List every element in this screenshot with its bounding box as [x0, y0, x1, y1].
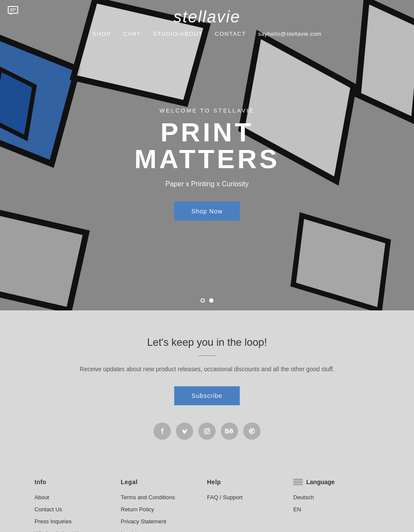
- svg-rect-19: [204, 429, 210, 434]
- newsletter-section: Let's keep you in the loop! Receive upda…: [0, 310, 414, 461]
- footer-info-title: Info: [34, 479, 121, 485]
- instagram-icon[interactable]: [198, 422, 216, 440]
- footer-language-title: Language: [293, 479, 380, 485]
- footer-info-list: About Contact Us Press Inquiries Wholesa…: [34, 493, 121, 532]
- facebook-icon[interactable]: [154, 422, 171, 440]
- language-icon: [293, 479, 303, 485]
- footer-language-list: Deutsch EN: [293, 493, 380, 513]
- hero-tagline: Paper x Printing x Curiosity: [104, 180, 310, 188]
- main-nav: SHOP CART STUDIO/ABOUT CONTACT sayhello@…: [93, 31, 322, 37]
- footer-help-list: FAQ / Support: [207, 493, 293, 501]
- nav-email[interactable]: sayhello@stellavie.com: [258, 31, 321, 37]
- hero-subtitle: WELCOME TO STELLAVIE: [104, 107, 310, 114]
- footer-help-title: Help: [207, 479, 293, 485]
- site-header: stellavie SHOP CART STUDIO/ABOUT CONTACT…: [0, 0, 414, 37]
- newsletter-divider: [198, 355, 216, 356]
- hero-content: WELCOME TO STELLAVIE PRINT MATTERS Paper…: [104, 107, 310, 221]
- footer-col-info: Info About Contact Us Press Inquiries Wh…: [34, 479, 121, 532]
- newsletter-heading: Let's keep you in the loop!: [9, 336, 405, 348]
- footer-link-faq[interactable]: FAQ / Support: [207, 494, 242, 501]
- social-icons: [9, 422, 405, 440]
- footer-links: Info About Contact Us Press Inquiries Wh…: [0, 461, 414, 532]
- behance-icon[interactable]: [221, 422, 238, 440]
- dribbble-icon[interactable]: [243, 422, 260, 440]
- svg-point-20: [206, 430, 208, 432]
- footer-link-contact[interactable]: Contact Us: [34, 506, 62, 513]
- footer-col-legal: Legal Terms and Conditions Return Policy…: [121, 479, 207, 532]
- footer-lang-en[interactable]: EN: [293, 506, 301, 513]
- footer-legal-list: Terms and Conditions Return Policy Priva…: [121, 493, 207, 532]
- footer-legal-title: Legal: [121, 479, 207, 485]
- hero-title: PRINT MATTERS: [104, 119, 310, 172]
- footer-link-about[interactable]: About: [34, 494, 49, 501]
- footer-col-help: Help FAQ / Support: [207, 479, 293, 532]
- footer-link-wholesale[interactable]: Wholesale Inquiries: [34, 530, 83, 532]
- shop-now-button[interactable]: Shop Now: [174, 202, 240, 221]
- footer-link-terms[interactable]: Terms and Conditions: [121, 494, 175, 501]
- svg-rect-25: [293, 484, 303, 485]
- slide-dots: [201, 298, 213, 303]
- nav-studio[interactable]: STUDIO/ABOUT: [153, 31, 203, 37]
- footer-link-privacy[interactable]: Privacy Statement: [121, 518, 166, 525]
- newsletter-description: Receive updates about new product releas…: [9, 366, 405, 372]
- nav-cart[interactable]: CART: [123, 31, 141, 37]
- twitter-icon[interactable]: [176, 422, 193, 440]
- hero-section: stellavie SHOP CART STUDIO/ABOUT CONTACT…: [0, 0, 414, 310]
- nav-shop[interactable]: SHOP: [93, 31, 111, 37]
- footer-link-return[interactable]: Return Policy: [121, 506, 154, 513]
- footer: Info About Contact Us Press Inquiries Wh…: [0, 461, 414, 532]
- site-logo[interactable]: stellavie: [173, 8, 240, 26]
- footer-link-press[interactable]: Press Inquiries: [34, 518, 72, 525]
- footer-link-imprint[interactable]: Imprint: [121, 530, 138, 532]
- footer-col-language: Language Deutsch EN: [293, 479, 380, 532]
- svg-rect-24: [293, 481, 303, 483]
- nav-contact[interactable]: CONTACT: [215, 31, 246, 37]
- footer-lang-deutsch[interactable]: Deutsch: [293, 494, 314, 501]
- slide-dot-1[interactable]: [201, 298, 205, 303]
- subscribe-button[interactable]: Subscribe: [174, 386, 239, 405]
- svg-rect-23: [293, 479, 303, 481]
- slide-dot-2[interactable]: [209, 298, 213, 303]
- svg-point-21: [208, 429, 209, 430]
